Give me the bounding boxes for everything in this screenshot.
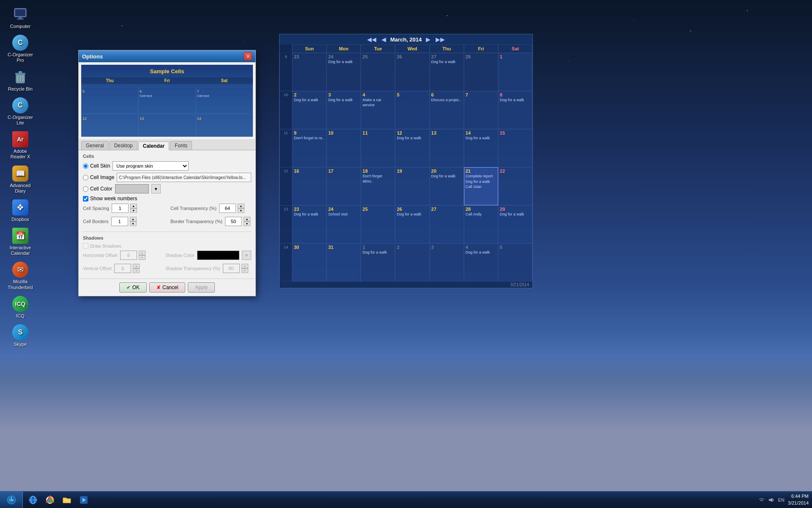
- cal-cell-26[interactable]: 26Dog for a walk: [395, 205, 429, 243]
- tab-general[interactable]: General: [81, 141, 109, 150]
- cell-color-radio[interactable]: [83, 186, 88, 192]
- dialog-close-button[interactable]: ✕: [244, 52, 252, 61]
- cell-image-radio[interactable]: [83, 175, 88, 180]
- cal-cell-2[interactable]: 2Dog for a walk: [292, 91, 326, 129]
- cal-cell-11[interactable]: 11: [361, 129, 395, 167]
- cal-cell-30[interactable]: 30: [292, 243, 326, 282]
- cancel-button[interactable]: ✘ Cancel: [149, 282, 185, 293]
- desktop-icon-corganizer-pro[interactable]: C C-Organizer Pro: [4, 33, 36, 65]
- tab-fonts[interactable]: Fonts: [170, 141, 192, 150]
- desktop-icon-diary[interactable]: 📖 Advanced Diary: [4, 163, 36, 196]
- desktop-icon-icq[interactable]: ICQ ICQ: [4, 294, 36, 320]
- cell-image-option[interactable]: Cell Image: [83, 174, 114, 180]
- taskbar-ie[interactable]: [25, 492, 41, 508]
- cell-color-option[interactable]: Cell Color: [83, 186, 112, 192]
- cell-color-button[interactable]: ▼: [151, 184, 161, 193]
- cal-cell-20[interactable]: 20Dog for a walk: [430, 167, 464, 205]
- cal-cell-8[interactable]: 8Dog for a walk: [498, 91, 532, 129]
- cal-cell-18[interactable]: 18Don't forget abou..: [361, 167, 395, 205]
- cal-cell-19[interactable]: 19: [395, 167, 429, 205]
- cell-skin-dropdown[interactable]: Use program skin: [112, 161, 189, 171]
- taskbar-clock: 6:44 PM 3/21/2014: [788, 493, 809, 506]
- draw-shadows-checkbox[interactable]: [83, 243, 88, 248]
- taskbar-chrome[interactable]: [42, 492, 58, 508]
- cal-cell-4[interactable]: 4Make a car service: [361, 91, 395, 129]
- desktop-icon-mozilla[interactable]: ✉ Mozilla Thunderbird: [4, 260, 36, 292]
- cal-cell-1-mar[interactable]: 1: [498, 53, 532, 91]
- cal-cell-6[interactable]: 6Discuss a projec..: [430, 91, 464, 129]
- cal-cell-31[interactable]: 31: [326, 243, 361, 282]
- cell-skin-option[interactable]: Cell Skin: [83, 163, 110, 169]
- desktop-icon-dropbox[interactable]: ❖ Dropbox: [4, 197, 36, 224]
- cell-borders-down[interactable]: ▼: [130, 221, 137, 226]
- cal-cell-28[interactable]: 28Call Andy: [464, 205, 498, 243]
- cal-cell-7[interactable]: 7: [464, 91, 498, 129]
- cell-image-path[interactable]: [117, 173, 251, 182]
- cal-cell-23[interactable]: 23Dog for a walk: [292, 205, 326, 243]
- show-week-numbers-option[interactable]: Show week numbers: [83, 196, 137, 202]
- cal-cell-22[interactable]: 22: [498, 167, 532, 205]
- taskbar-folder[interactable]: [59, 492, 74, 508]
- cal-cell-26-prev[interactable]: 26: [395, 53, 429, 91]
- cal-cell-24-prev[interactable]: 24Dog for a walk: [326, 53, 361, 91]
- cal-cell-2-apr[interactable]: 2: [395, 243, 429, 282]
- cal-cell-27[interactable]: 27: [430, 205, 464, 243]
- prev-year-btn[interactable]: ◀◀: [366, 36, 377, 43]
- cal-cell-17[interactable]: 17: [326, 167, 361, 205]
- border-transparency-input[interactable]: [225, 217, 242, 226]
- show-week-numbers-checkbox[interactable]: [83, 196, 88, 202]
- start-button[interactable]: [0, 491, 23, 508]
- cal-cell-5[interactable]: 5: [395, 91, 429, 129]
- cal-cell-3[interactable]: 3Dog for a walk: [326, 91, 361, 129]
- cal-cell-13[interactable]: 13: [430, 129, 464, 167]
- cal-cell-27-prev[interactable]: 27Dog for a walk: [430, 53, 464, 91]
- cell-spacing-up[interactable]: ▲: [130, 204, 137, 208]
- cal-cell-16[interactable]: 16: [292, 167, 326, 205]
- next-year-btn[interactable]: ▶▶: [435, 36, 446, 43]
- prev-month-btn[interactable]: ◀: [381, 36, 387, 43]
- cal-cell-21[interactable]: 21Complete reportDog for a walkCall Joan: [464, 167, 498, 205]
- desktop-icon-recycle[interactable]: Recycle Bin: [4, 67, 36, 94]
- cell-transparency-down[interactable]: ▼: [238, 208, 244, 213]
- apply-button[interactable]: Apply: [188, 282, 215, 293]
- cal-cell-9[interactable]: 9Don't forget to re..: [292, 129, 326, 167]
- cell-borders-up[interactable]: ▲: [130, 217, 137, 221]
- desktop-icon-adobe[interactable]: Ar Adobe Reader X: [4, 129, 36, 161]
- border-transparency-up[interactable]: ▲: [244, 217, 250, 221]
- cell-transparency-up[interactable]: ▲: [238, 204, 244, 208]
- cell-spacing-input[interactable]: [112, 204, 129, 213]
- tab-desktop[interactable]: Desktop: [110, 141, 137, 150]
- cell-transparency-input[interactable]: [219, 204, 236, 213]
- cal-cell-25[interactable]: 25: [361, 205, 395, 243]
- cal-cell-1-apr[interactable]: 1Dog for a walk: [361, 243, 395, 282]
- cal-cell-28-prev[interactable]: 28: [464, 53, 498, 91]
- draw-shadows-option[interactable]: Draw Shadows: [83, 243, 121, 248]
- next-month-btn[interactable]: ▶: [425, 36, 431, 43]
- adobe-label: Adobe Reader X: [6, 149, 35, 160]
- desktop-icon-corganizer-lite[interactable]: C C-Organizer Lite: [4, 95, 36, 127]
- desktop-icon-ical[interactable]: 📅 Interactive Calendar: [4, 226, 36, 258]
- cal-cell-29[interactable]: 29Dog for a walk: [498, 205, 532, 243]
- cell-borders-input[interactable]: [111, 217, 128, 226]
- desktop-icon-skype[interactable]: S Skype: [4, 322, 36, 349]
- cal-cell-14[interactable]: 14Dog for a walk: [464, 129, 498, 167]
- diary-label: Advanced Diary: [6, 183, 35, 194]
- cal-cell-15[interactable]: 15: [498, 129, 532, 167]
- tab-calendar[interactable]: Calendar: [138, 141, 169, 150]
- h-offset-input: [120, 251, 137, 260]
- cal-cell-10[interactable]: 10: [326, 129, 361, 167]
- cal-cell-12[interactable]: 12Dog for a walk: [395, 129, 429, 167]
- border-transparency-down[interactable]: ▼: [244, 221, 250, 226]
- desktop-icon-computer[interactable]: Computer: [4, 4, 36, 31]
- cal-cell-3-apr[interactable]: 3: [430, 243, 464, 282]
- ok-button[interactable]: ✔ OK: [119, 282, 147, 293]
- cal-cell-23-prev[interactable]: 23: [292, 53, 326, 91]
- taskbar-media[interactable]: [76, 492, 91, 508]
- cal-cell-24[interactable]: 24School visit: [326, 205, 361, 243]
- corganizer-pro-icon: C: [12, 34, 29, 51]
- cal-cell-4-apr[interactable]: 4Dog for a walk: [464, 243, 498, 282]
- cal-cell-5-apr[interactable]: 5: [498, 243, 532, 282]
- cell-spacing-down[interactable]: ▼: [130, 208, 137, 213]
- cell-skin-radio[interactable]: [83, 163, 88, 169]
- cal-cell-25-prev[interactable]: 25: [361, 53, 395, 91]
